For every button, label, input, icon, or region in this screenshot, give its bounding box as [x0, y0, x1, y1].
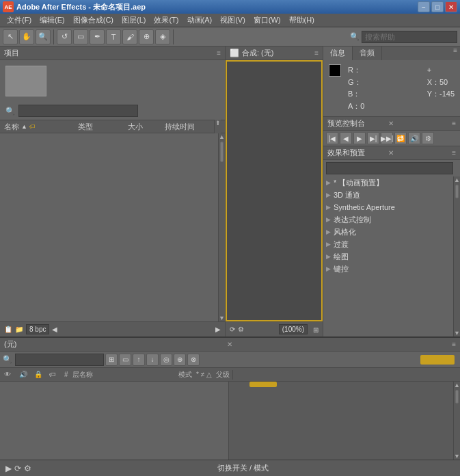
effects-scroll-up[interactable]: ▲ [454, 176, 460, 183]
tool-rect[interactable]: ▭ [73, 29, 88, 44]
menu-window[interactable]: 窗口(W) [249, 14, 285, 27]
effect-item-0[interactable]: ▶ * 【动画预置】 [323, 176, 453, 189]
menu-file[interactable]: 文件(F) [3, 14, 36, 27]
tool-puppet[interactable]: ◈ [155, 29, 170, 44]
tool-text[interactable]: T [106, 29, 121, 44]
scroll-thumb[interactable] [220, 142, 224, 162]
menu-animation[interactable]: 动画(A) [183, 14, 217, 27]
effect-label-4: 风格化 [334, 227, 356, 237]
ctrl-settings[interactable]: ⚙ [422, 132, 434, 144]
comp-reset-icon[interactable]: ⟳ [230, 326, 235, 333]
tool-zoom[interactable]: 🔍 [36, 29, 51, 44]
effects-scroll-thumb[interactable] [455, 185, 459, 198]
menu-help[interactable]: 帮助(H) [285, 14, 319, 27]
window-controls[interactable]: − □ ✕ [418, 1, 457, 12]
ctrl-last-frame[interactable]: ▶▶| [381, 132, 393, 144]
info-menu-icon[interactable]: ≡ [453, 47, 457, 60]
effect-item-2[interactable]: ▶ Synthetic Aperture [323, 201, 453, 213]
arrow-icon-7: ▶ [326, 265, 331, 272]
timeline-menu-icon[interactable]: ≡ [452, 341, 456, 348]
close-button[interactable]: ✕ [445, 1, 457, 12]
tl-tool-5[interactable]: ◎ [160, 354, 172, 366]
project-arrow-left[interactable]: ◀ [52, 326, 57, 333]
menu-effects[interactable]: 效果(T) [150, 14, 182, 27]
scroll-down-arrow[interactable]: ▼ [219, 315, 225, 321]
tl-tool-3[interactable]: ↑ [133, 354, 145, 366]
tl-tool-2[interactable]: ▭ [119, 354, 131, 366]
menu-edit[interactable]: 编辑(E) [36, 14, 69, 27]
tl-tool-6[interactable]: ⊕ [174, 354, 186, 366]
timeline-time-indicator [420, 355, 455, 365]
composition-view[interactable] [226, 60, 323, 321]
comp-fit-icon[interactable]: ⊞ [313, 326, 319, 334]
effects-scroll-down[interactable]: ▼ [454, 330, 460, 336]
g-value: G： [348, 77, 364, 89]
effect-item-5[interactable]: ▶ 过渡 [323, 238, 453, 250]
preview-ctrl-menu-icon[interactable]: ≡ [452, 120, 456, 127]
tool-hand[interactable]: ✋ [19, 29, 34, 44]
ctrl-prev-frame[interactable]: ◀ [340, 132, 352, 144]
effect-item-6[interactable]: ▶ 绘图 [323, 250, 453, 263]
ctrl-play[interactable]: ▶ [353, 132, 366, 144]
effects-x[interactable]: ✕ [388, 149, 394, 157]
ctrl-first-frame[interactable]: |◀ [326, 132, 338, 144]
timeline-x[interactable]: ✕ [227, 341, 232, 348]
tl-tool-7[interactable]: ⊗ [187, 354, 200, 366]
tl-scroll-up[interactable]: ▲ [454, 382, 460, 388]
effects-search-area [323, 160, 460, 176]
status-icon-settings[interactable]: ⚙ [24, 464, 31, 473]
project-menu-icon[interactable]: ≡ [217, 49, 221, 57]
effect-item-3[interactable]: ▶ 表达式控制 [323, 213, 453, 226]
project-folder-icon[interactable]: 📁 [15, 326, 23, 333]
tl-tool-4[interactable]: ↓ [146, 354, 159, 366]
comp-settings-icon[interactable]: ⚙ [238, 326, 244, 333]
project-scrollbar-v[interactable]: ▲ ▼ [218, 133, 225, 321]
effects-scrollbar[interactable]: ▲ ▼ [453, 176, 460, 336]
toolbar-misc-group: ↺ ▭ ✒ T 🖌 ⊕ ◈ [57, 29, 174, 44]
tl-scroll-thumb[interactable] [455, 390, 459, 404]
menu-view[interactable]: 视图(V) [216, 14, 249, 27]
tool-brush[interactable]: 🖌 [122, 29, 137, 44]
comp-extra-icons: ⊞ [313, 326, 319, 334]
tl-tool-1[interactable]: ⊞ [105, 354, 118, 366]
project-new-icon[interactable]: 📋 [4, 326, 12, 333]
timeline-playhead[interactable] [249, 382, 277, 387]
menu-layer[interactable]: 图层(L) [118, 14, 150, 27]
ctrl-audio[interactable]: 🔊 [408, 132, 420, 144]
tl-col-name: 层名称 [72, 370, 175, 380]
status-icon-play[interactable]: ▶ [5, 464, 12, 473]
timeline-search-input[interactable] [15, 354, 104, 366]
ctrl-loop[interactable]: 🔁 [394, 132, 407, 144]
effects-menu-icon[interactable]: ≡ [452, 149, 456, 157]
status-icon-refresh[interactable]: ⟳ [14, 464, 21, 473]
timeline-scrollbar-v[interactable]: ▲ ▼ [453, 382, 460, 460]
effect-item-1[interactable]: ▶ 3D 通道 [323, 189, 453, 201]
ctrl-next-frame[interactable]: ▶| [367, 132, 379, 144]
tool-rotate[interactable]: ↺ [57, 29, 72, 44]
preview-ctrl-x[interactable]: ✕ [388, 120, 394, 127]
comp-menu-icon[interactable]: ≡ [314, 49, 319, 57]
tab-audio[interactable]: 音频 [353, 47, 382, 60]
scroll-up-arrow[interactable]: ▲ [219, 133, 225, 140]
scroll-icon[interactable]: ⬆ [215, 120, 221, 127]
b-value: B： [348, 88, 364, 101]
menu-composition[interactable]: 图像合成(C) [69, 14, 118, 27]
effect-item-4[interactable]: ▶ 风格化 [323, 226, 453, 238]
effect-label-0: * 【动画预置】 [334, 178, 383, 188]
tool-pen[interactable]: ✒ [90, 29, 105, 44]
project-arrow-right[interactable]: ▶ [215, 326, 221, 333]
tab-info[interactable]: 信息 [323, 47, 353, 60]
effect-item-7[interactable]: ▶ 键控 [323, 263, 453, 275]
x-coord: X：50 [427, 77, 455, 89]
col-scrollbar-top[interactable]: ⬆ [214, 120, 221, 133]
tl-scroll-down[interactable]: ▼ [454, 453, 460, 460]
effect-label-5: 过渡 [334, 239, 349, 250]
minimize-button[interactable]: − [418, 1, 430, 12]
help-search-input[interactable] [362, 31, 457, 43]
maximize-button[interactable]: □ [431, 1, 444, 12]
project-search-input[interactable] [18, 105, 138, 117]
info-tabs: 信息 音频 ≡ [323, 47, 460, 60]
tool-arrow[interactable]: ↖ [3, 29, 18, 44]
tool-clone[interactable]: ⊕ [139, 29, 154, 44]
effects-search-input[interactable] [326, 162, 453, 174]
